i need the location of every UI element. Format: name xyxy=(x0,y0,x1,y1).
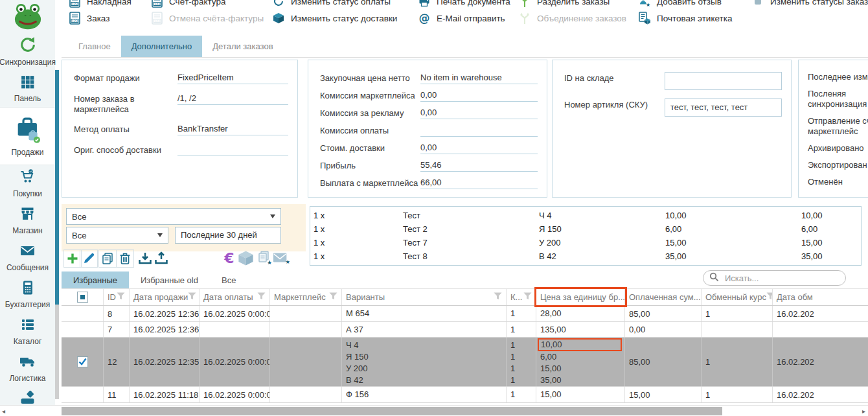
sidebar-item-cart[interactable]: Покупки xyxy=(0,165,55,202)
field-value[interactable]: 0,00 xyxy=(420,89,538,102)
horizontal-scrollbar-thumb[interactable] xyxy=(62,407,722,415)
toolbar-button[interactable]: Изменить статус доставки xyxy=(272,11,397,25)
copy-button[interactable] xyxy=(98,249,117,268)
column-header-6[interactable]: К... xyxy=(507,289,536,305)
field-value[interactable]: BankTransfer xyxy=(177,123,288,135)
order-item-row[interactable]: 1 xТест 2Я 1506,006,00 xyxy=(310,222,861,236)
sidebar-item-truck[interactable]: Логистика xyxy=(0,350,55,387)
toolbar-button[interactable]: Изменить статус оплаты xyxy=(272,0,397,8)
period-input[interactable]: Последние 30 дней xyxy=(175,227,281,244)
tab-order-details[interactable]: Детали заказов xyxy=(202,36,283,57)
toolbar-group: ★Добавить отзывПочтовая этикетка xyxy=(638,0,732,25)
toolbar-button[interactable]: ★Добавить отзыв xyxy=(638,0,732,8)
tab-additional[interactable]: Дополнительно xyxy=(121,36,203,57)
item-total: 15,00 xyxy=(801,238,861,248)
sidebar-item-calculator[interactable]: Бухгалтерия xyxy=(0,276,55,313)
sidebar-item-sync[interactable]: Синхронизация xyxy=(0,32,55,71)
field-value[interactable]: 0,00 xyxy=(420,107,538,119)
delete-button[interactable] xyxy=(116,249,134,268)
search-input[interactable] xyxy=(724,273,840,284)
toolbar-button[interactable]: 123Отмена счёта-фактуры xyxy=(150,11,264,25)
table-row-id-7[interactable]: 716.02.2025 12:36:14А 371135,000,00 xyxy=(62,322,868,338)
cell-id: 7 xyxy=(104,322,130,337)
document-123-icon: 123 xyxy=(150,0,163,8)
field-value[interactable]: 0,00 xyxy=(420,142,538,154)
filter-funnel-icon[interactable] xyxy=(188,292,196,302)
column-header-label: Обменный курс xyxy=(705,292,766,302)
mail-star-button[interactable]: ★ xyxy=(273,249,290,266)
sidebar-item-dashboard-grid[interactable]: Панель xyxy=(0,71,55,107)
column-header-2[interactable]: Дата продажи xyxy=(130,289,200,305)
field-value[interactable] xyxy=(420,124,538,137)
column-header-3[interactable]: Дата оплаты xyxy=(200,289,270,305)
sidebar-item-label: Каталог xyxy=(14,337,42,346)
grid-tab-0[interactable]: Избранные xyxy=(62,272,129,288)
field-value[interactable]: /1, /2 xyxy=(177,93,288,105)
frog-logo[interactable] xyxy=(0,0,55,32)
import-button[interactable] xyxy=(137,249,154,266)
row-checkbox[interactable] xyxy=(77,356,88,367)
toolbar-button[interactable]: Разделить заказы xyxy=(518,0,626,8)
toolbar-button[interactable]: 123Накладная xyxy=(68,0,131,8)
field-value[interactable] xyxy=(665,72,782,90)
filter-funnel-icon[interactable] xyxy=(494,292,502,302)
scroll-right-arrow-icon[interactable]: ▸ xyxy=(862,408,865,415)
sidebar-scrollbar-track[interactable] xyxy=(55,305,59,399)
grid-tab-1[interactable]: Избранные old xyxy=(129,272,210,288)
order-item-row[interactable]: 1 xТест 7У 20015,0015,00 xyxy=(310,236,861,249)
euro-button[interactable]: € xyxy=(221,249,238,266)
toolbar-button[interactable]: @E-Mail отправить xyxy=(418,11,510,25)
marketplace-filter-select[interactable]: Все xyxy=(66,208,281,225)
order-item-row[interactable]: 1 xТестЧ 410,0010,00 xyxy=(310,209,861,222)
package-button[interactable] xyxy=(237,249,254,266)
order-item-row[interactable]: 1 xТест 8В 4235,0035,00 xyxy=(310,249,861,263)
filter-funnel-icon[interactable] xyxy=(257,292,266,302)
edit-button[interactable] xyxy=(80,249,98,268)
field-value[interactable]: FixedPriceItem xyxy=(177,72,288,84)
grid-tab-2[interactable]: Все xyxy=(210,272,247,288)
toolbar-button[interactable]: Печать документа xyxy=(418,0,510,8)
sidebar-item-label: Логистика xyxy=(9,374,45,383)
table-row-id-11[interactable]: 1116.02.2025 11:18:1816.02.2025 0:00:00Ф… xyxy=(62,387,868,403)
scroll-left-arrow-icon[interactable]: ◂ xyxy=(2,408,5,415)
column-header-7[interactable]: Цена за единицу бр... xyxy=(536,289,625,305)
column-header-8[interactable]: Оплаченная сум... xyxy=(625,289,702,305)
filter-funnel-icon[interactable] xyxy=(523,292,532,302)
filter-funnel-icon[interactable] xyxy=(329,292,337,302)
filter-funnel-icon[interactable] xyxy=(117,292,125,302)
form-field: Ориг. способ доставки xyxy=(74,144,288,156)
add-button[interactable] xyxy=(63,249,82,268)
tab-main[interactable]: Главное xyxy=(68,36,121,57)
toolbar-button[interactable]: Изменить статусы заказо xyxy=(751,0,868,8)
toolbar-button[interactable]: Объединение заказов xyxy=(518,11,626,25)
select-all-checkbox[interactable] xyxy=(77,292,88,303)
toolbar-button-label: Почтовая этикетка xyxy=(657,14,732,23)
column-header-4[interactable]: Маркетплейс xyxy=(270,289,342,305)
sidebar-item-store[interactable]: Магазин xyxy=(0,202,55,239)
field-value[interactable]: No item in warehouse xyxy=(420,72,538,84)
copy-star-button[interactable]: ★ xyxy=(256,249,273,266)
status-filter-select[interactable]: Все xyxy=(66,227,168,244)
toolbar-button[interactable]: 123Счёт-фактура xyxy=(150,0,264,8)
toolbar-button[interactable]: 123Заказ xyxy=(68,11,131,25)
field-label: Прибыль xyxy=(320,159,420,171)
field-value[interactable]: 66,00 xyxy=(420,177,538,189)
column-header-5[interactable]: Варианты xyxy=(342,289,507,305)
sidebar-scrollbar-thumb[interactable] xyxy=(55,70,59,305)
table-row-id-12[interactable]: 1216.02.2025 12:35:3816.02.2025 0:00:00Ч… xyxy=(62,338,868,387)
filter-funnel-icon[interactable] xyxy=(766,292,773,302)
field-value[interactable] xyxy=(177,144,288,156)
toolbar-button[interactable]: Почтовая этикетка xyxy=(638,11,732,25)
sidebar-item-catalog-list[interactable]: Каталог xyxy=(0,313,55,350)
field-label: Стоим. доставки xyxy=(320,142,420,154)
sidebar-item-mail[interactable]: Сообщения xyxy=(0,239,55,276)
column-header-9[interactable]: Обменный курс xyxy=(702,289,773,305)
sidebar-item-sales-bag[interactable]: Продажи xyxy=(0,107,55,165)
column-header-1[interactable]: ID xyxy=(104,289,130,305)
table-row-id-8[interactable]: 816.02.2025 12:36:3916.02.2025 0:00:00М … xyxy=(62,306,868,322)
field-value[interactable]: 55,46 xyxy=(420,159,538,172)
column-header-0[interactable] xyxy=(62,289,104,305)
column-header-10[interactable]: Дата обм xyxy=(773,289,868,305)
field-value[interactable]: тест, тест, тест, тест xyxy=(665,98,782,117)
export-button[interactable] xyxy=(153,249,170,266)
